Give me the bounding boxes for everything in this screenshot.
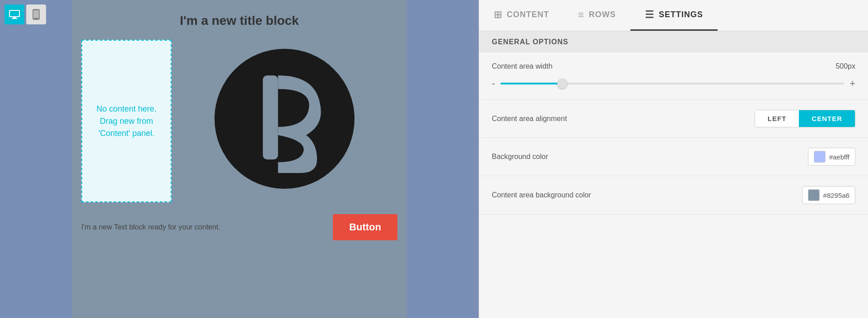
tab-settings-label: SETTINGS: [659, 10, 703, 19]
content-width-label: Content area width: [492, 62, 552, 70]
empty-content-text: No content here. Drag new from 'Content'…: [89, 103, 163, 140]
slider-row: - +: [479, 74, 868, 100]
width-row: Content area width 500px: [479, 52, 868, 74]
bottom-row: I'm a new Text block ready for your cont…: [81, 210, 397, 245]
logo-circle: [215, 49, 355, 189]
rows-tab-icon: ≡: [578, 9, 584, 21]
slider-plus[interactable]: +: [849, 78, 855, 89]
title-block: I'm a new title block: [180, 9, 299, 33]
content-width-value: 500px: [835, 62, 855, 70]
logo-container: [172, 40, 397, 198]
text-block: I'm a new Text block ready for your cont…: [81, 223, 220, 231]
tab-rows[interactable]: ≡ ROWS: [564, 0, 630, 31]
panel-tabs: ⊞ CONTENT ≡ ROWS ☰ SETTINGS: [479, 0, 868, 32]
svg-rect-1: [10, 11, 19, 16]
svg-point-6: [36, 18, 37, 19]
tab-content[interactable]: ⊞ CONTENT: [479, 0, 564, 31]
content-block: I'm a new title block No content here. D…: [72, 0, 406, 318]
align-left-button[interactable]: LEFT: [755, 110, 799, 127]
content-bg-color-value: #8295a6: [823, 192, 849, 199]
alignment-label: Content area alignment: [492, 115, 567, 123]
tab-rows-label: ROWS: [589, 10, 616, 19]
align-center-button[interactable]: CENTER: [799, 110, 855, 127]
svg-rect-2: [13, 17, 16, 18]
tab-content-label: CONTENT: [507, 10, 549, 19]
slider-minus[interactable]: -: [492, 78, 495, 89]
alignment-row: Content area alignment LEFT CENTER: [479, 100, 868, 138]
svg-rect-7: [263, 75, 278, 159]
bg-color-row: Background color #aebfff: [479, 138, 868, 176]
tab-settings[interactable]: ☰ SETTINGS: [630, 0, 718, 31]
bg-color-value: #aebfff: [829, 153, 849, 161]
content-bg-color-swatch: [808, 189, 820, 201]
slider-track[interactable]: [500, 83, 844, 84]
canvas-area: I'm a new title block No content here. D…: [0, 0, 479, 318]
settings-content: GENERAL OPTIONS Content area width 500px…: [479, 32, 868, 318]
logo-svg: [230, 65, 339, 173]
content-bg-color-label: Content area background color: [492, 191, 591, 199]
slider-fill: [500, 83, 562, 84]
cta-button[interactable]: Button: [333, 214, 397, 240]
empty-content-box[interactable]: No content here. Drag new from 'Content'…: [81, 40, 172, 202]
content-bg-color-input[interactable]: #8295a6: [802, 186, 855, 204]
bg-color-input[interactable]: #aebfff: [808, 148, 855, 166]
content-row: No content here. Drag new from 'Content'…: [81, 40, 397, 202]
device-toolbar: [5, 5, 46, 24]
svg-rect-5: [33, 10, 39, 18]
desktop-button[interactable]: [5, 5, 24, 24]
section-header: GENERAL OPTIONS: [479, 32, 868, 52]
settings-panel: ⊞ CONTENT ≡ ROWS ☰ SETTINGS GENERAL OPTI…: [479, 0, 868, 318]
content-tab-icon: ⊞: [494, 9, 502, 21]
bg-color-label: Background color: [492, 153, 548, 161]
bg-color-swatch: [814, 151, 826, 163]
slider-thumb[interactable]: [557, 79, 567, 89]
alignment-buttons: LEFT CENTER: [755, 110, 855, 127]
svg-rect-3: [12, 18, 17, 19]
settings-tab-icon: ☰: [645, 9, 654, 21]
mobile-button[interactable]: [26, 5, 46, 24]
content-bg-color-row: Content area background color #8295a6: [479, 176, 868, 215]
